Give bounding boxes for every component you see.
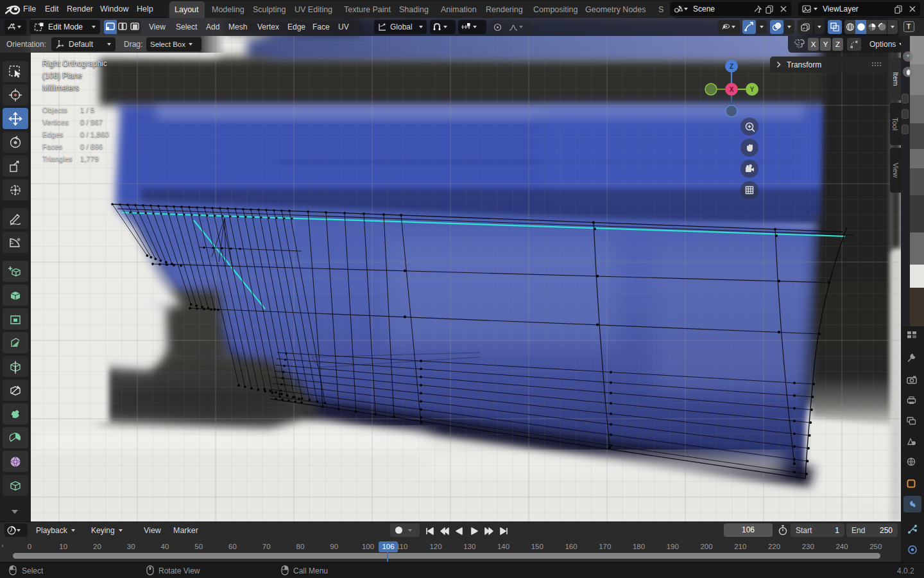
svg-text:Y: Y: [750, 86, 755, 93]
svg-text:X: X: [730, 86, 734, 93]
svg-text:Z: Z: [730, 63, 733, 70]
